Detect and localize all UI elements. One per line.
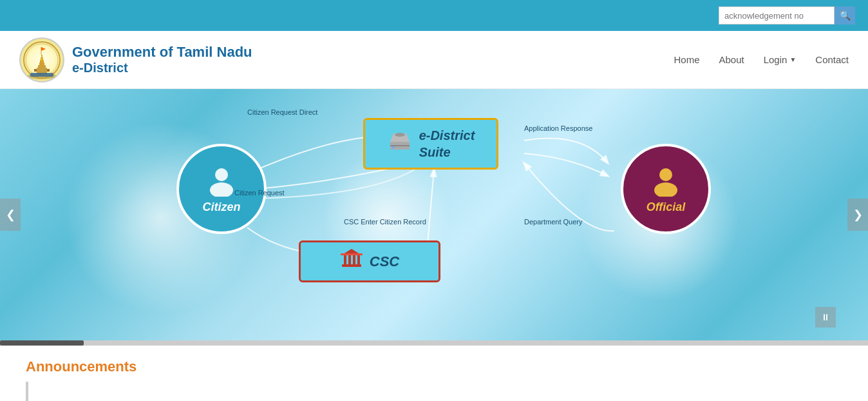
slider-next-button[interactable]: ❯ [847, 199, 868, 231]
svg-rect-25 [348, 255, 351, 264]
scroll-track [0, 340, 868, 346]
search-button[interactable]: 🔍 [835, 6, 855, 24]
csc-label: CSC [370, 253, 399, 270]
label-department-query: Department Query [524, 218, 582, 226]
nav-login-label: Login [764, 54, 788, 65]
nav-contact[interactable]: Contact [815, 54, 849, 65]
svg-point-22 [395, 133, 405, 137]
announcements-section: Announcements [0, 346, 868, 401]
hero-slider: Citizen Request Direct Citizen Request C… [0, 89, 868, 340]
announcements-title: Announcements [26, 358, 842, 375]
announcements-divider [26, 382, 28, 401]
logo-emblem [19, 37, 64, 83]
official-icon [650, 164, 682, 202]
nav-login[interactable]: Login ▼ [764, 54, 797, 65]
prev-icon: ❮ [6, 208, 15, 222]
main-nav: Home About Login ▼ Contact [674, 54, 849, 65]
nav-about[interactable]: About [719, 54, 744, 65]
scroll-thumb [0, 340, 84, 346]
search-icon: 🔍 [840, 10, 851, 21]
svg-point-30 [659, 168, 672, 181]
emblem-svg [23, 41, 61, 79]
diagram: Citizen Request Direct Citizen Request C… [144, 105, 724, 324]
svg-rect-20 [392, 146, 395, 148]
logo-text: Government of Tamil Nadu e-District [72, 44, 252, 75]
svg-rect-27 [357, 255, 360, 264]
pause-icon: ⏸ [821, 312, 830, 322]
svg-rect-8 [47, 69, 50, 72]
svg-point-31 [654, 182, 677, 197]
label-citizen-request-direct: Citizen Request Direct [247, 108, 317, 116]
site-title-line1: Government of Tamil Nadu [72, 44, 252, 61]
label-application-response: Application Response [524, 124, 592, 132]
svg-rect-7 [34, 69, 37, 72]
login-dropdown-arrow: ▼ [789, 56, 796, 63]
edistrict-node: e-District Suite [363, 118, 498, 170]
logo-area: Government of Tamil Nadu e-District [19, 37, 674, 83]
top-bar: 🔍 [0, 0, 868, 31]
slider-prev-button[interactable]: ❮ [0, 199, 21, 231]
official-node: Official [621, 144, 711, 234]
edistrict-label: e-District Suite [419, 127, 475, 161]
svg-point-16 [215, 168, 228, 181]
svg-marker-12 [41, 47, 46, 51]
svg-rect-19 [390, 145, 410, 146]
label-csc-enter-citizen-record: CSC Enter Citizen Record [344, 218, 426, 226]
svg-rect-29 [341, 253, 363, 255]
server-icon [387, 130, 413, 157]
nav-home[interactable]: Home [674, 54, 699, 65]
citizen-icon [205, 164, 238, 202]
svg-rect-26 [353, 255, 355, 264]
svg-rect-24 [344, 255, 346, 264]
label-citizen-request: Citizen Request [234, 189, 285, 197]
header: Government of Tamil Nadu e-District Home… [0, 31, 868, 89]
svg-rect-13 [30, 73, 53, 77]
search-container: 🔍 [719, 6, 855, 24]
citizen-label: Citizen [202, 200, 240, 214]
csc-node: CSC [299, 240, 440, 282]
svg-rect-28 [342, 264, 361, 267]
official-label: Official [646, 200, 686, 214]
svg-point-17 [210, 182, 233, 197]
svg-rect-6 [41, 55, 42, 59]
next-icon: ❯ [853, 208, 863, 222]
csc-icon [340, 248, 363, 275]
site-title-line2: e-District [72, 61, 252, 75]
slider-pause-button[interactable]: ⏸ [815, 307, 836, 328]
search-input[interactable] [719, 6, 835, 24]
